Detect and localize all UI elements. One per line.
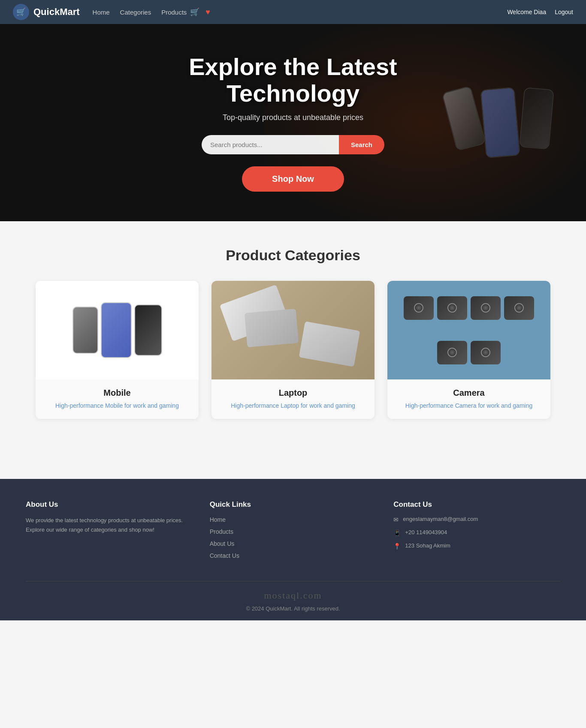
hero-section: Explore the Latest Technology Top-qualit… [0, 24, 586, 221]
navbar: 🛒 QuickMart Home Categories Products 🛒 ♥… [0, 0, 586, 24]
nav-home[interactable]: Home [93, 9, 110, 16]
mobile-desc: High-performance Mobile for work and gam… [44, 401, 190, 410]
footer-link-contact: Contact Us [210, 552, 377, 560]
spacer [0, 445, 586, 479]
footer-about-title: About Us [26, 500, 193, 509]
camera-2 [437, 296, 467, 320]
camera-name: Camera [396, 388, 542, 398]
phone-icon: 📱 [393, 529, 401, 536]
footer-link-home-anchor[interactable]: Home [210, 516, 226, 523]
category-card-laptop[interactable]: Laptop High-performance Laptop for work … [211, 281, 375, 419]
mobile-image [36, 281, 199, 379]
watermark-text: mostaql.com [264, 590, 322, 601]
camera-4 [504, 296, 534, 320]
footer-link-home: Home [210, 516, 377, 523]
footer-link-products: Products [210, 528, 377, 535]
category-card-mobile[interactable]: Mobile High-performance Mobile for work … [36, 281, 199, 419]
footer-copyright: © 2024 QuickMart. All rights reserved. [26, 605, 560, 612]
phone-1 [72, 307, 98, 354]
hero-subtitle: Top-quality products at unbeatable price… [151, 113, 435, 122]
navbar-right: Welcome Diaa Logout [507, 9, 573, 15]
footer-contact-title: Contact Us [393, 500, 560, 509]
heart-icon[interactable]: ♥ [205, 8, 210, 17]
logout-button[interactable]: Logout [555, 9, 573, 15]
laptop-info: Laptop High-performance Laptop for work … [211, 379, 375, 419]
address-text: 123 Sohag Akmim [405, 542, 450, 549]
footer-quicklinks: Quick Links Home Products About Us Conta… [210, 500, 377, 564]
footer: About Us We provide the latest technolog… [0, 479, 586, 620]
footer-grid: About Us We provide the latest technolog… [26, 500, 560, 564]
camera-1 [404, 296, 434, 320]
navbar-icons: 🛒 ♥ [190, 7, 210, 17]
categories-section: Product Categories Mobile High-performan… [0, 221, 586, 445]
mobile-name: Mobile [44, 388, 190, 398]
phone-text: +20 1149043904 [405, 529, 447, 535]
footer-link-about: About Us [210, 540, 377, 548]
welcome-text: Welcome Diaa [507, 9, 546, 15]
nav-products[interactable]: Products [161, 9, 187, 16]
nav-categories[interactable]: Categories [120, 9, 151, 16]
footer-divider [26, 581, 560, 581]
footer-email: ✉ engeslamayman8@gmail.com [393, 516, 560, 523]
laptop-shape-2 [299, 321, 360, 367]
categories-grid: Mobile High-performance Mobile for work … [36, 281, 550, 419]
location-icon: 📍 [393, 543, 401, 550]
search-input[interactable] [202, 135, 339, 154]
camera-desc: High-performance Camera for work and gam… [396, 401, 542, 410]
brand-name: QuickMart [33, 6, 80, 18]
phone-img-inner [72, 302, 162, 358]
footer-address: 📍 123 Sohag Akmim [393, 542, 560, 550]
footer-about-text: We provide the latest technology product… [26, 516, 193, 535]
camera-3 [471, 296, 501, 320]
email-icon: ✉ [393, 516, 399, 523]
camera-5 [437, 341, 467, 364]
phone-shape-3 [519, 87, 554, 150]
logo-icon: 🛒 [13, 4, 29, 20]
laptop-name: Laptop [220, 388, 366, 398]
categories-title: Product Categories [21, 247, 565, 264]
laptop-shape-3 [245, 309, 299, 347]
camera-image [387, 281, 550, 379]
hero-title: Explore the Latest Technology [151, 54, 435, 106]
footer-link-contact-anchor[interactable]: Contact Us [210, 552, 239, 559]
phone-3 [134, 304, 162, 356]
footer-contact: Contact Us ✉ engeslamayman8@gmail.com 📱 … [393, 500, 560, 564]
footer-quicklinks-title: Quick Links [210, 500, 377, 509]
camera-info: Camera High-performance Camera for work … [387, 379, 550, 419]
hero-search-bar: Search [151, 135, 435, 154]
phone-shape-2 [480, 87, 520, 158]
footer-about: About Us We provide the latest technolog… [26, 500, 193, 564]
laptop-image [211, 281, 375, 379]
hero-phones-decoration [449, 88, 552, 157]
phone-2 [101, 302, 132, 358]
shop-now-button[interactable]: Shop Now [242, 166, 344, 192]
footer-link-products-anchor[interactable]: Products [210, 528, 233, 535]
nav-links: Home Categories Products [93, 9, 187, 16]
camera-6 [471, 341, 501, 364]
brand[interactable]: 🛒 QuickMart [13, 4, 80, 20]
category-card-camera[interactable]: Camera High-performance Camera for work … [387, 281, 550, 419]
laptop-desc: High-performance Laptop for work and gam… [220, 401, 366, 410]
footer-link-about-anchor[interactable]: About Us [210, 540, 235, 547]
cart-icon[interactable]: 🛒 [190, 7, 199, 17]
hero-content: Explore the Latest Technology Top-qualit… [143, 36, 443, 209]
footer-links-list: Home Products About Us Contact Us [210, 516, 377, 560]
footer-phone: 📱 +20 1149043904 [393, 529, 560, 536]
mobile-info: Mobile High-performance Mobile for work … [36, 379, 199, 419]
search-button[interactable]: Search [339, 135, 384, 154]
email-text: engeslamayman8@gmail.com [403, 516, 478, 522]
footer-watermark: mostaql.com [26, 590, 560, 601]
